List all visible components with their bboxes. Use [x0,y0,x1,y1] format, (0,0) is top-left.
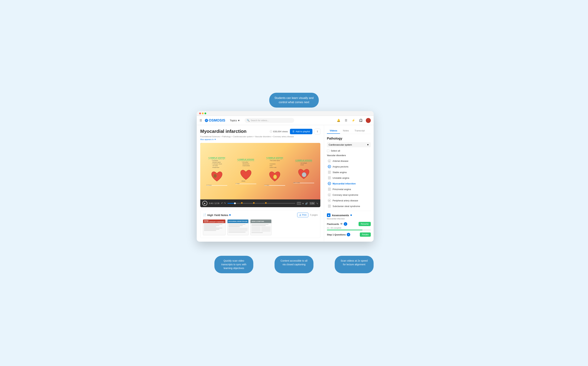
views-count: ⓘ 838,694 views [270,130,288,133]
chevron-down-icon: ▼ [367,144,369,146]
tab-videos[interactable]: Videos [327,128,340,134]
heart-panel-3: COMPLICATIONS • Myocardial ruptureGranul… [262,157,288,186]
playlist-icon: ☰ [292,130,294,133]
play-circle-icon: ▶ [328,199,331,202]
step1-header: Step 1 Questions + Retake [327,232,371,237]
sidebar-section-title: Pathology [327,137,371,140]
rewind-10-icon[interactable]: ↶ [221,202,223,205]
page-wrapper: Students can learn visually and control … [197,93,391,273]
video-item-coronary-steal[interactable]: ▶ Coronary steal syndrome [327,192,371,198]
item-icon: ▶ [328,193,331,197]
main-content: Myocardial infarction ⓘ 838,694 views ☰ … [197,125,373,242]
fullscreen-icon[interactable]: ⤡ [316,202,318,205]
nav-icons: 🔔 ☰ ⚡ 🎧 [336,118,371,123]
note-thumb-2[interactable]: MYOCARDIAL INFARCTION (MI) [227,219,248,235]
progress-bar[interactable] [228,203,295,204]
speed-control[interactable]: 1.0x [309,202,315,205]
video-title: Myocardial infarction [200,129,246,134]
top-callout-area: Students can learn visually and control … [197,93,391,107]
flashcards-row: Flashcards 👁 + Resume 21 / 26 complete [327,222,371,230]
rewind-controls: ↶ ↷ [221,202,226,205]
step1-row: Step 1 Questions + Retake [327,232,371,237]
forward-10-icon[interactable]: ↷ [224,202,226,205]
bottom-callouts: Quickly scan video transcripts to sync w… [197,256,391,273]
print-button[interactable]: 🖨 Print [297,213,309,217]
flashcards-add-button[interactable]: + [344,222,347,226]
video-item-stable-angina[interactable]: Stable angina [327,169,371,175]
svg-point-4 [302,172,306,177]
tab-notes[interactable]: Notes [340,128,352,134]
volume-icon[interactable]: 🔊 [305,202,308,205]
svg-text:inflamed: inflamed [241,181,245,182]
step1-add-button[interactable]: + [347,233,350,236]
notes-thumbnails: NOTESACUTE CORONARY SYNDROMES [203,219,318,235]
step1-retake-button[interactable]: Retake [360,232,371,237]
assessments-sub: Myocardial infarction [327,218,371,220]
app-logo: O OSMOSIS [205,118,225,122]
notes-actions: 🖨 Print 5 pages [297,213,318,217]
note-thumb-1[interactable]: NOTESACUTE CORONARY SYNDROMES [203,219,226,235]
heart-panel-1: COMPLICATIONS • Arrythmias disrupted sig… [204,157,230,186]
keyboard-icon[interactable]: ⎈ [302,202,304,205]
step1-label: Step 1 Questions + [327,233,350,236]
note-thumb-body-3 [250,223,271,235]
video-item-prinzmetal[interactable]: Prinzmetal angina [327,186,371,192]
info-icon: ⓘ [270,130,272,133]
video-item-unstable-angina[interactable]: Unstable angina [327,175,371,181]
chapter-dot [265,202,267,204]
note-thumb-header-2: MYOCARDIAL INFARCTION (MI) [228,220,248,223]
video-list: ▶ Arterial disease ▶ Angina pectoris [327,158,371,209]
select-all-checkbox[interactable] [327,150,329,152]
topics-dropdown[interactable]: Topics ▼ [228,118,242,123]
play-circle-icon: ▶ [328,159,331,162]
tab-transcript[interactable]: Transcript [352,128,367,134]
notes-header: 📄 High Yield Notes 🖨 Print 5 pages [203,213,318,217]
also-appears-link[interactable]: Also appears in ▼ [200,138,320,140]
doc-icon [328,205,331,208]
bell-icon[interactable]: 🔔 [336,118,341,123]
chapter-dot [253,202,254,204]
video-item-angina-pectoris[interactable]: ▶ Angina pectoris [327,164,371,169]
list-icon[interactable]: ☰ [343,118,349,123]
add-to-playlist-button[interactable]: ☰ Add to playlist [290,129,312,134]
eye-icon[interactable]: 👁 [340,222,343,225]
cc-icon[interactable]: CC [297,202,301,205]
user-avatar[interactable] [366,118,371,123]
progress-fill [228,203,235,204]
video-item-arterial[interactable]: ▶ Arterial disease [327,158,371,164]
play-button[interactable]: ▶ [202,201,207,206]
browser-window: Video chapters allow for bite-sized lear… [197,111,373,242]
vascular-disorders-header: Vascular disorders [327,154,371,157]
notes-section: 📄 High Yield Notes 🖨 Print 5 pages [200,210,320,238]
video-item-peripheral-artery[interactable]: ▶ Peripheral artery disease [327,198,371,203]
time-display: 8:46 / 12:39 [209,202,219,204]
hamburger-icon[interactable]: ☰ [199,119,202,122]
video-item-myocardial[interactable]: ▶ Myocardial infarction [327,181,371,186]
note-thumb-body-2 [228,223,248,235]
flashcards-progress-bar [327,230,371,230]
sidebar-tabs: Videos Notes Transcript [327,128,371,134]
chapter-dot [241,202,243,204]
shield-icon: ◆ [327,214,330,217]
assessments-header: ◆ Assessments [327,214,371,217]
search-bar[interactable]: 🔍 Search for videos... [245,118,294,123]
item-icon: ▶ [328,182,331,185]
notes-title: 📄 High Yield Notes [203,214,231,217]
video-item-subclavian[interactable]: Subclavian steal syndrome [327,203,371,209]
bottom-callout-left: Quickly scan video transcripts to sync w… [215,256,253,273]
play-circle-icon-blue: ▶ [328,182,331,185]
headphones-icon[interactable]: 🎧 [358,118,363,123]
flashcards-resume-button[interactable]: Resume [358,222,371,226]
flash-icon[interactable]: ⚡ [351,118,356,123]
bottom-callout-right: Scan videos at 2x speed for lecture alig… [335,256,373,273]
chevron-down-icon: ▼ [214,138,216,140]
document-icon: 📄 [203,214,206,217]
heart-svg-4 [297,167,311,181]
heart-grid: COMPLICATIONS • Arrythmias disrupted sig… [200,143,320,199]
note-thumb-3[interactable]: SIGNS & SYMPTOMS [250,219,271,235]
play-circle-icon: ▶ [328,193,331,196]
play-circle-icon-blue: ▶ [328,165,331,168]
subject-dropdown[interactable]: Cardiovascular system ▼ [327,142,371,147]
note-thumb-body-1 [203,223,225,235]
share-button[interactable]: ⇧ [315,129,320,134]
